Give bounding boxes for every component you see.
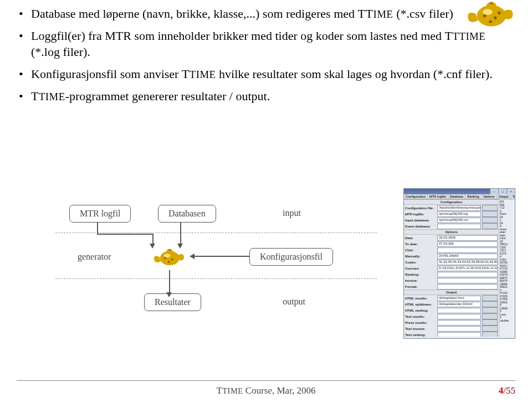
svg-point-4 — [483, 14, 486, 17]
label-mtr-logfile: MTR logfile: — [405, 213, 437, 216]
bullet-text: Database med løperne (navn, brikke, klas… — [31, 7, 358, 20]
footer-course-text: TTIME TTIME Course, Mar, 2006 Course, Ma… — [0, 385, 532, 396]
field-html-split[interactable]: tittt/eqdates/der.01html — [437, 302, 481, 307]
browse-button[interactable] — [482, 307, 498, 313]
field-courses[interactable]: D-16,D16+,D167+,H-16,H16,H16+,H-16,H167+ — [437, 266, 498, 271]
flow-diagram: MTR logfil Databasen input generator Kon… — [17, 161, 515, 349]
browse-button[interactable] — [482, 217, 498, 223]
svg-point-8 — [160, 251, 180, 266]
tab-database[interactable]: Database — [448, 194, 466, 199]
tab-configuration[interactable]: Configuration — [404, 194, 428, 199]
ttime-mark: TTIME — [31, 89, 65, 103]
window-max-button[interactable]: □ — [498, 189, 507, 194]
bullet-text: Loggfil(er) fra MTR som inneholder brikk… — [31, 29, 445, 43]
label-text-ranking: Text ranking: — [405, 333, 437, 337]
field-press-results[interactable] — [437, 320, 481, 326]
field-date[interactable]: 26.03.2006 — [437, 235, 498, 241]
field-input-db[interactable]: sprintcup06[106.csv — [437, 218, 481, 223]
window-close-button[interactable]: × — [507, 189, 515, 194]
field-club[interactable] — [437, 247, 498, 253]
field-invoice[interactable] — [437, 278, 498, 283]
tab-output[interactable]: Output — [497, 194, 511, 199]
label-courses: Courses: — [405, 267, 437, 270]
svg-point-11 — [168, 249, 171, 251]
window-titlebar: – □ × — [404, 189, 515, 194]
tab-ranking[interactable]: Ranking — [466, 194, 482, 199]
label-to-date: To date: — [405, 242, 437, 246]
field-html-results[interactable]: tittt/eqdates/.html — [437, 296, 481, 301]
app-tabs: Configuration MTR logfile Database Ranki… — [404, 194, 515, 199]
box-resultater: Resultater — [144, 293, 201, 311]
svg-point-1 — [483, 9, 493, 15]
section-configuration: Configuration — [404, 199, 499, 205]
label-event-db: Event database: — [405, 225, 437, 228]
field-format[interactable] — [437, 284, 498, 290]
label-press-results: Press results: — [405, 321, 437, 324]
browse-button[interactable] — [482, 205, 498, 211]
bullet-text: hvilke resultater som skal lages og hvor… — [219, 67, 493, 81]
label-format: Format: — [405, 285, 437, 288]
ttime-app-window: – □ × Configuration MTR logfile Database… — [403, 188, 515, 339]
label-html-results: HTML results: — [405, 297, 437, 300]
svg-point-3 — [489, 2, 493, 4]
tab-options[interactable]: Options — [482, 194, 497, 199]
svg-point-9 — [164, 254, 171, 257]
slide-bullets: Database med løperne (navn, brikke, klas… — [17, 6, 515, 104]
window-min-button[interactable]: – — [490, 189, 498, 194]
svg-point-6 — [489, 20, 492, 23]
field-codes[interactable]: 31,32,50,04,33,04,03,33,58;60,61,62,80,3… — [437, 260, 498, 265]
label-html-split: HTML splittimes: — [405, 303, 437, 306]
browse-button[interactable] — [482, 332, 498, 337]
label-html-ranking: HTML ranking: — [405, 309, 437, 312]
side-list-item: Update — [500, 319, 514, 323]
box-databasen: Databasen — [158, 205, 216, 223]
field-html-ranking[interactable] — [437, 308, 481, 313]
ttime-mark: TTTIMETIME — [358, 7, 397, 20]
browse-button[interactable] — [482, 211, 498, 217]
bullet-text: Konfigurasjonsfil som anviser — [31, 67, 182, 81]
label-invoice: Invoice: — [405, 279, 437, 282]
label-text-invoice: Text invoice: — [405, 327, 437, 330]
field-text-ranking[interactable] — [437, 332, 481, 337]
bullet-text: -programmet genererer resultater / outpu… — [65, 89, 270, 103]
label-ranking: Ranking: — [405, 273, 437, 276]
field-config-file[interactable]: /heidntrdfeir/lines/sprintcup061333.cn — [437, 205, 481, 211]
svg-point-0 — [477, 5, 507, 27]
box-konfigurasjonsfil: Konfigurasjonsfil — [249, 248, 333, 266]
label-date: Date: — [405, 236, 437, 240]
browse-button[interactable] — [482, 319, 498, 326]
field-event-db[interactable] — [437, 224, 481, 229]
field-text-results[interactable] — [437, 314, 481, 319]
bullet-item: Loggfil(er) fra MTR som inneholder brikk… — [17, 28, 515, 60]
footer-page-number: 4/55 — [499, 385, 515, 396]
tab-mtr-logfile[interactable]: MTR logfile — [428, 194, 448, 199]
label-input: input — [283, 208, 301, 218]
svg-point-5 — [494, 16, 497, 19]
field-ranking[interactable] — [437, 272, 498, 277]
app-left-panel: Configuration Configuration file:/heidnt… — [404, 199, 499, 337]
browse-button[interactable] — [482, 223, 498, 229]
ttime-mark: TTIME — [182, 67, 216, 81]
svg-point-14 — [168, 261, 170, 264]
box-mtr-logfil: MTR logfil — [69, 205, 131, 223]
field-mtr-logfile[interactable]: sprintcup06[106.log — [437, 211, 481, 217]
browse-button[interactable] — [482, 326, 498, 332]
field-to-date[interactable]: 07.03.206 — [437, 241, 498, 247]
label-output: output — [283, 297, 305, 307]
browse-button[interactable] — [482, 295, 498, 301]
app-side-list: M38067123Suee031644Anett:etter:etter:sti… — [499, 199, 515, 337]
bullet-item: Database med løperne (navn, brikke, klas… — [17, 6, 515, 22]
browse-button[interactable] — [482, 313, 498, 319]
label-club: Club: — [405, 249, 437, 252]
label-config-file: Configuration file: — [405, 206, 437, 210]
label-generator: generator — [78, 252, 111, 262]
field-manually[interactable]: 24759,24648 — [437, 254, 498, 259]
field-text-invoice[interactable] — [437, 326, 481, 332]
footer-divider — [17, 380, 515, 381]
label-input-db: Input database: — [405, 219, 437, 222]
browse-button[interactable] — [482, 301, 498, 307]
label-manually: Manually: — [405, 255, 437, 258]
tab-tools[interactable]: Tools — [511, 194, 515, 199]
label-text-results: Text results: — [405, 315, 437, 318]
svg-point-7 — [498, 12, 500, 14]
